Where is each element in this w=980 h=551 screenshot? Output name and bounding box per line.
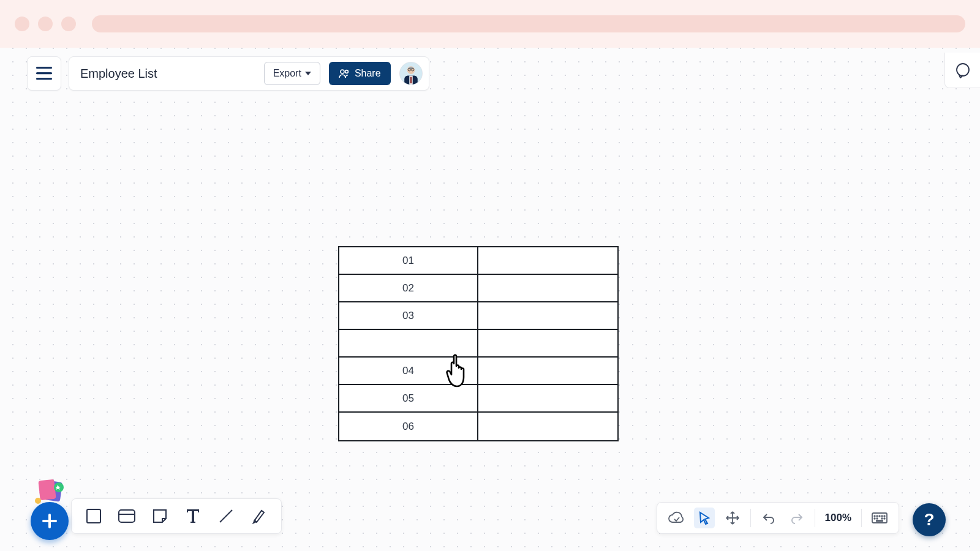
svg-point-29 [874,518,875,519]
table-row[interactable] [339,330,617,358]
undo-icon [762,512,775,524]
keyboard-shortcuts-button[interactable] [869,508,890,528]
caret-down-icon [305,72,311,75]
table-cell[interactable] [339,330,478,356]
table-cell[interactable] [478,247,617,274]
keyboard-icon [871,512,888,524]
highlighter-icon [251,508,268,525]
separator [815,509,815,527]
table-row[interactable]: 06 [339,413,617,440]
sticky-note-icon [152,508,168,524]
square-icon [86,508,102,524]
canvas-table[interactable]: 01 02 03 04 05 06 [338,246,619,441]
svg-rect-20 [119,510,135,522]
svg-rect-19 [87,509,100,523]
pan-tool[interactable] [722,508,743,528]
line-icon [217,508,235,525]
people-icon [339,69,350,78]
text-icon [186,508,200,524]
table-cell[interactable] [478,413,617,440]
table-cell[interactable]: 02 [339,275,478,301]
svg-line-22 [220,510,232,522]
table-cell[interactable] [478,385,617,411]
avatar-icon [400,62,422,84]
svg-rect-2 [36,78,52,80]
svg-point-4 [345,70,348,73]
table-row[interactable]: 04 [339,358,617,385]
window-close-dot[interactable] [15,17,29,31]
separator [750,509,751,527]
svg-point-16 [35,498,41,504]
separator [861,509,862,527]
table-cell[interactable]: 03 [339,302,478,329]
move-icon [725,511,740,525]
redo-button[interactable] [786,508,807,528]
window-min-dot[interactable] [38,17,53,31]
table-cell[interactable]: 01 [339,247,478,274]
svg-rect-33 [876,520,883,522]
user-avatar[interactable] [399,62,423,85]
table-cell[interactable]: 05 [339,385,478,411]
rectangle-tool[interactable] [83,505,105,527]
table-row[interactable]: 02 [339,275,617,302]
traffic-lights [15,17,76,31]
table-cell[interactable] [478,358,617,384]
svg-point-30 [876,518,878,519]
pointer-tool[interactable] [694,508,715,528]
app-root: Employee List Export Share [0,48,980,551]
svg-rect-0 [36,67,52,69]
svg-point-28 [884,515,885,517]
pointer-icon [698,511,711,525]
hamburger-icon [36,67,52,80]
browser-chrome [0,0,980,48]
url-bar[interactable] [92,15,965,32]
cloud-sync-button[interactable] [666,508,687,528]
text-tool[interactable] [182,505,204,527]
svg-point-12 [957,64,969,76]
cloud-icon [668,511,685,525]
redo-icon [790,512,804,524]
svg-point-27 [881,515,883,517]
help-label: ? [924,510,934,530]
share-button[interactable]: Share [329,62,391,85]
table-row[interactable]: 03 [339,302,617,330]
table-row[interactable]: 05 [339,385,617,413]
chat-icon [954,62,971,79]
svg-rect-18 [42,520,57,522]
table-row[interactable]: 01 [339,247,617,275]
container-tool[interactable] [116,505,138,527]
svg-point-31 [881,518,883,519]
table-cell[interactable] [478,302,617,329]
container-icon [118,509,136,523]
table-cell[interactable] [478,330,617,356]
document-title[interactable]: Employee List [80,67,157,81]
add-button[interactable] [31,502,69,540]
zoom-level[interactable]: 100% [823,512,854,524]
help-button[interactable]: ? [913,503,946,536]
export-button[interactable]: Export [264,62,320,85]
line-tool[interactable] [215,505,237,527]
svg-point-32 [884,518,885,519]
view-toolbar: 100% [657,502,899,534]
svg-rect-1 [36,72,52,74]
plus-icon [41,512,58,530]
svg-point-26 [879,515,880,517]
undo-button[interactable] [758,508,779,528]
shape-toolbar [71,498,282,534]
sticky-note-tool[interactable] [149,505,171,527]
comments-button[interactable] [944,53,980,88]
table-cell[interactable] [478,275,617,301]
window-max-dot[interactable] [61,17,76,31]
svg-point-25 [876,515,878,517]
svg-rect-9 [410,77,412,83]
top-toolbar: Employee List Export Share [27,56,429,91]
share-label: Share [355,68,381,79]
menu-button[interactable] [27,56,61,91]
table-cell[interactable]: 06 [339,413,478,440]
highlighter-tool[interactable] [248,505,270,527]
svg-point-24 [874,515,875,517]
table-cell[interactable]: 04 [339,358,478,384]
svg-rect-14 [38,479,56,501]
svg-point-3 [341,70,344,73]
export-label: Export [273,68,301,79]
